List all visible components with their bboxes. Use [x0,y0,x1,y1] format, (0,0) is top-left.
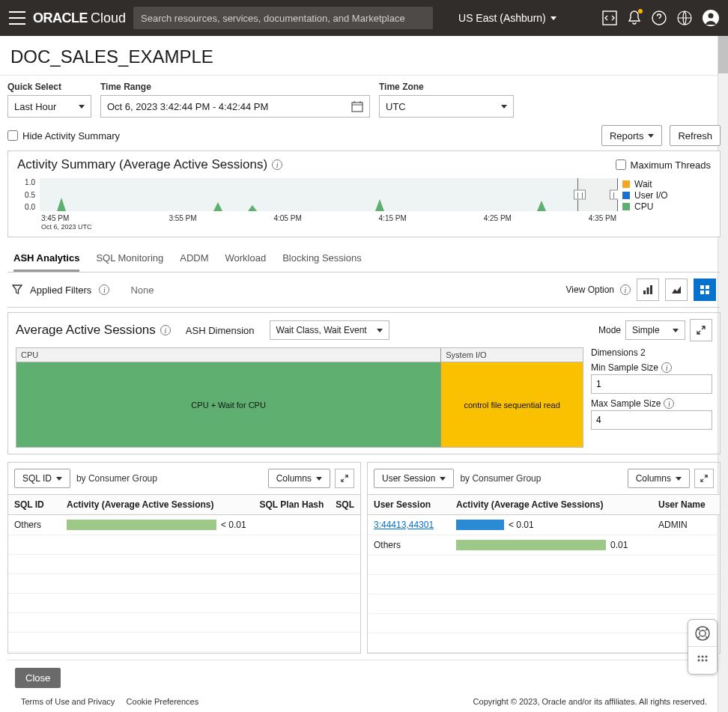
sql-id-dropdown[interactable]: SQL ID [14,469,70,488]
ash-dimension-select[interactable]: Wait Class, Wait Event [270,320,389,340]
timezone-label: Time Zone [379,82,514,92]
tab-workload[interactable]: Workload [225,252,267,272]
tab-addm[interactable]: ADDM [180,252,208,272]
tab-blocking-sessions[interactable]: Blocking Sessions [282,252,362,272]
applied-filters-value: None [130,285,154,296]
region-selector[interactable]: US East (Ashburn) [458,12,556,24]
funnel-icon[interactable] [12,285,22,295]
menu-icon[interactable] [9,11,25,25]
timezone-select[interactable]: UTC [379,95,514,118]
lifesaver-icon[interactable] [688,620,717,647]
view-area-icon[interactable] [665,279,688,301]
time-brush[interactable] [577,178,618,211]
grid-icon[interactable] [688,647,717,674]
chevron-down-icon [56,477,62,481]
table-row [368,556,720,575]
chevron-down-icon [79,105,85,109]
info-icon[interactable]: i [160,325,171,335]
devtools-icon[interactable] [602,10,617,25]
session-link[interactable]: 3:44413,44301 [374,520,434,530]
dimensions-count: Dimensions 2 [591,347,712,358]
tab-sql-monitoring[interactable]: SQL Monitoring [96,252,163,272]
hide-summary-checkbox[interactable]: Hide Activity Summary [7,130,120,142]
expand-button[interactable] [694,469,714,488]
max-threads-checkbox[interactable]: Maximum Threads [616,159,711,171]
activity-summary-panel: Activity Summary (Average Active Session… [7,150,721,237]
svg-rect-8 [650,285,652,294]
min-sample-label: Min Sample Size [591,362,658,373]
by-consumer-label: by Consumer Group [76,473,157,484]
sql-id-table-panel: SQL ID by Consumer Group Columns SQL ID … [7,462,361,654]
treemap-cpu-cell[interactable]: CPU + Wait for CPU [16,362,440,447]
col-activity[interactable]: Activity (Average Active Sessions) [450,495,652,515]
tab-ash-analytics[interactable]: ASH Analytics [13,252,79,272]
expand-button[interactable] [690,319,712,341]
hide-summary-input[interactable] [7,130,18,141]
applied-filters-label: Applied Filters [30,285,91,296]
summary-chart[interactable]: 3:45 PMOct 6, 2023 UTC 3:55 PM4:05 PM 4:… [40,178,618,231]
info-icon[interactable]: i [620,285,631,295]
activity-value: < 0.01 [221,520,246,530]
cookies-link[interactable]: Cookie Preferences [127,697,199,706]
col-plan-hash[interactable]: SQL Plan Hash [254,495,330,515]
table-row [8,574,360,594]
info-icon[interactable]: i [661,362,672,373]
col-sql[interactable]: SQL [330,495,360,515]
terms-link[interactable]: Terms of Use and Privacy [21,697,115,706]
time-range-value: Oct 6, 2023 3:42:44 PM - 4:42:44 PM [107,101,268,112]
footer: Terms of Use and Privacy Cookie Preferen… [0,690,728,712]
user-session-table-panel: User Session by Consumer Group Columns U… [367,462,721,654]
columns-button[interactable]: Columns [268,469,330,488]
min-sample-input[interactable] [591,374,712,394]
reports-button[interactable]: Reports [601,125,663,146]
user-session-dropdown[interactable]: User Session [374,469,454,488]
hide-summary-label: Hide Activity Summary [22,130,120,142]
max-threads-input[interactable] [616,159,626,170]
col-sql-id[interactable]: SQL ID [8,495,61,515]
ash-dimension-value: Wait Class, Wait Event [276,325,367,335]
svg-rect-11 [700,290,704,294]
dimension-controls: Dimensions 2 Min Sample Sizei Max Sample… [591,347,712,448]
info-icon[interactable]: i [99,285,109,295]
globe-icon[interactable] [677,10,692,25]
chevron-down-icon [316,477,322,481]
quick-select[interactable]: Last Hour [7,95,91,118]
session-id: Others [368,535,450,556]
mode-label: Mode [598,325,621,335]
analytics-tabs: ASH Analytics SQL Monitoring ADDM Worklo… [7,245,721,273]
global-search[interactable] [133,7,433,29]
bell-icon[interactable] [628,10,641,25]
col-activity[interactable]: Activity (Average Active Sessions) [61,495,254,515]
summary-title: Activity Summary (Average Active Session… [17,157,267,172]
profile-icon[interactable] [703,10,719,26]
cpu-swatch [622,203,630,210]
calendar-icon[interactable] [351,100,363,112]
aas-treemap[interactable]: CPU CPU + Wait for CPU System I/O contro… [16,347,583,448]
table-row[interactable]: Others < 0.01 [8,515,360,535]
info-icon[interactable]: i [272,159,282,170]
table-row[interactable]: Others 0.01 [368,535,720,556]
max-threads-label: Maximum Threads [631,159,711,171]
max-sample-input[interactable] [591,410,712,430]
help-floater[interactable] [688,619,718,675]
timezone-value: UTC [386,101,406,112]
time-range-label: Time Range [100,82,370,92]
activity-bar [456,540,606,550]
mode-select[interactable]: Simple [625,320,685,340]
help-icon[interactable] [652,10,667,25]
view-treemap-icon[interactable] [694,279,716,301]
info-icon[interactable]: i [664,398,674,409]
expand-button[interactable] [335,469,354,488]
svg-point-17 [706,656,708,658]
refresh-button[interactable]: Refresh [670,125,721,146]
time-range[interactable]: Oct 6, 2023 3:42:44 PM - 4:42:44 PM [100,95,370,118]
treemap-io-cell[interactable]: control file sequential read [441,362,583,447]
col-user-name[interactable]: User Name [652,495,720,515]
columns-button[interactable]: Columns [628,469,690,488]
search-input[interactable] [141,13,425,24]
view-bar-icon[interactable] [637,279,659,301]
close-button[interactable]: Close [15,668,61,688]
col-user-session[interactable]: User Session [368,495,450,515]
table-row[interactable]: 3:44413,44301 < 0.01 ADMIN [368,515,720,535]
copyright: Copyright © 2023, Oracle and/or its affi… [473,697,707,706]
